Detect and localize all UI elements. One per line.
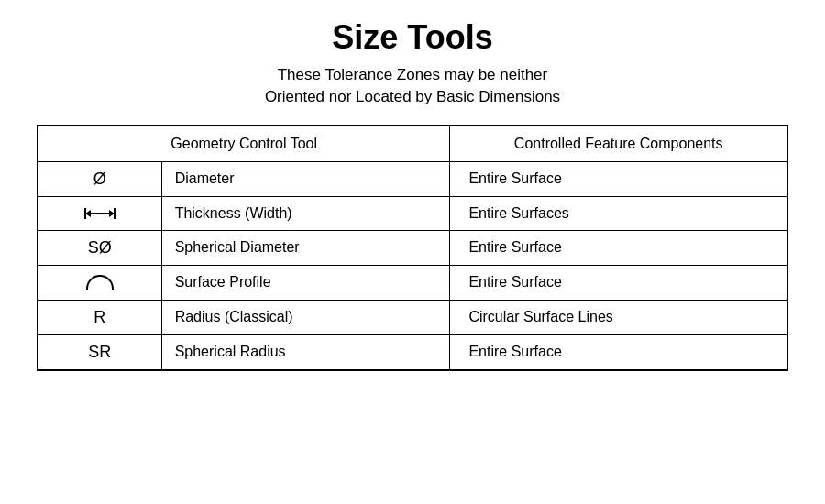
size-tools-table: Geometry Control Tool Controlled Feature… <box>37 125 788 371</box>
symbol-cell <box>38 196 161 230</box>
feature-cell: Entire Surface <box>450 265 787 300</box>
label-cell: Thickness (Width) <box>161 196 450 230</box>
subtitle: These Tolerance Zones may be neither Ori… <box>265 64 560 108</box>
table-row: SØSpherical DiameterEntire Surface <box>38 230 787 265</box>
label-cell: Diameter <box>161 161 450 196</box>
table-row: Surface ProfileEntire Surface <box>38 265 787 300</box>
symbol-cell: SØ <box>38 230 161 265</box>
label-cell: Surface Profile <box>161 265 450 300</box>
feature-cell: Entire Surface <box>450 161 787 196</box>
symbol-cell: R <box>38 300 161 334</box>
feature-cell: Entire Surfaces <box>450 196 787 230</box>
label-cell: Spherical Radius <box>161 334 450 370</box>
table-row: ØDiameterEntire Surface <box>38 161 787 196</box>
table-row: RRadius (Classical)Circular Surface Line… <box>38 300 787 334</box>
label-cell: Spherical Diameter <box>161 230 450 265</box>
feature-cell: Circular Surface Lines <box>450 300 787 334</box>
col-header-feature: Controlled Feature Components <box>450 126 787 162</box>
feature-cell: Entire Surface <box>450 334 787 370</box>
col-header-tool: Geometry Control Tool <box>38 126 450 162</box>
table-row: Thickness (Width)Entire Surfaces <box>38 196 787 230</box>
feature-cell: Entire Surface <box>450 230 787 265</box>
symbol-cell <box>38 265 161 300</box>
page-title: Size Tools <box>332 18 492 57</box>
label-cell: Radius (Classical) <box>161 300 450 334</box>
symbol-cell: SR <box>38 334 161 370</box>
table-row: SRSpherical RadiusEntire Surface <box>38 334 787 370</box>
symbol-cell: Ø <box>38 161 161 196</box>
